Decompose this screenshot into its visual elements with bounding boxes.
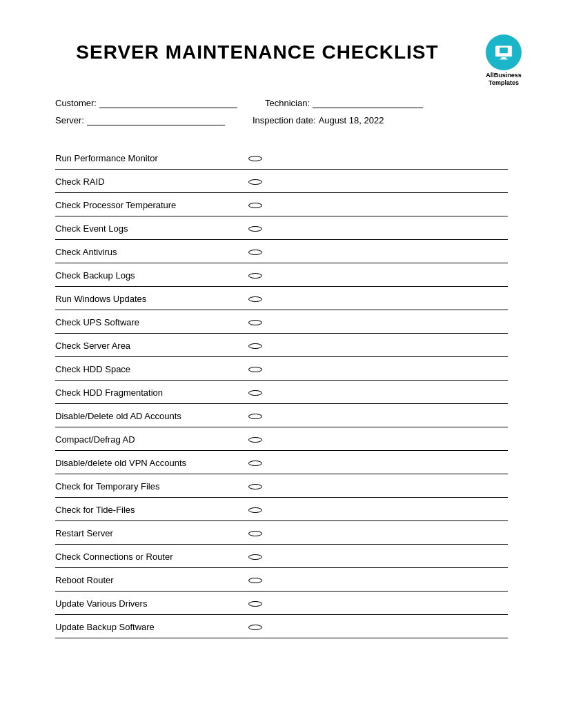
logo-area: AllBusinessTemplates — [486, 34, 522, 87]
checklist-radio[interactable] — [248, 601, 262, 607]
checklist-radio[interactable] — [248, 320, 262, 325]
checklist-radio[interactable] — [248, 531, 262, 536]
checklist-item: Run Windows Updates — [55, 287, 508, 310]
checklist-item-label: Reboot Router — [55, 575, 248, 585]
checklist-radio[interactable] — [248, 390, 262, 396]
checklist-item: Check Server Area — [55, 334, 508, 357]
checklist-item: Disable/Delete old AD Accounts — [55, 404, 508, 427]
meta-section: Customer: Technician: Server: Inspection… — [55, 98, 508, 125]
checklist-item: Check HDD Fragmentation — [55, 381, 508, 404]
checklist-item-label: Check Backup Logs — [55, 270, 248, 281]
logo-text: AllBusinessTemplates — [486, 72, 522, 87]
checklist-item-label: Check for Temporary Files — [55, 481, 248, 492]
checklist-item-label: Check Processor Temperature — [55, 200, 248, 210]
customer-label: Customer: — [55, 98, 97, 108]
page-title: SERVER MAINTENANCE CHECKLIST — [55, 41, 460, 63]
checklist-item: Check Processor Temperature — [55, 193, 508, 216]
checklist-item-label: Check UPS Software — [55, 317, 248, 327]
checklist-item: Check for Temporary Files — [55, 474, 508, 498]
meta-row-2: Server: Inspection date: August 18, 2022 — [55, 115, 508, 125]
checklist-item: Check RAID — [55, 170, 508, 193]
logo-circle — [486, 34, 522, 70]
checklist-item-label: Check Server Area — [55, 341, 248, 351]
checklist-radio[interactable] — [248, 156, 262, 161]
checklist-item: Check HDD Space — [55, 357, 508, 381]
checklist-item-label: Check Connections or Router — [55, 552, 248, 562]
checklist-item: Check Connections or Router — [55, 545, 508, 568]
technician-label: Technician: — [265, 98, 310, 108]
checklist-radio[interactable] — [248, 554, 262, 560]
checklist-item: Update Various Drivers — [55, 592, 508, 615]
checklist-item-label: Run Windows Updates — [55, 294, 248, 304]
checklist-radio[interactable] — [248, 179, 262, 185]
server-field: Server: — [55, 115, 225, 125]
checklist-item: Disable/delete old VPN Accounts — [55, 451, 508, 474]
checklist-item-label: Compact/Defrag AD — [55, 434, 248, 445]
checklist-section: Run Performance MonitorCheck RAIDCheck P… — [55, 146, 508, 638]
svg-rect-4 — [500, 59, 508, 59]
checklist-radio[interactable] — [248, 226, 262, 232]
checklist-radio[interactable] — [248, 414, 262, 419]
checklist-item-label: Update Various Drivers — [55, 598, 248, 609]
checklist-item: Check Antivirus — [55, 240, 508, 263]
customer-field: Customer: — [55, 98, 237, 108]
checklist-radio[interactable] — [248, 484, 262, 489]
checklist-item-label: Check RAID — [55, 176, 248, 187]
checklist-item-label: Check for Tide-Files — [55, 505, 248, 515]
checklist-item-label: Update Backup Software — [55, 622, 248, 632]
checklist-radio[interactable] — [248, 625, 262, 630]
checklist-item: Run Performance Monitor — [55, 146, 508, 170]
server-label: Server: — [55, 115, 84, 125]
checklist-item-label: Disable/Delete old AD Accounts — [55, 411, 248, 421]
svg-rect-3 — [502, 57, 506, 59]
checklist-item: Restart Server — [55, 521, 508, 545]
technician-field: Technician: — [265, 98, 423, 108]
checklist-item-label: Check HDD Fragmentation — [55, 387, 248, 398]
checklist-item: Check Backup Logs — [55, 263, 508, 287]
checklist-radio[interactable] — [248, 578, 262, 583]
checklist-item: Reboot Router — [55, 568, 508, 592]
server-underline — [87, 116, 225, 125]
checklist-radio[interactable] — [248, 367, 262, 372]
checklist-radio[interactable] — [248, 437, 262, 443]
checklist-item: Update Backup Software — [55, 615, 508, 638]
checklist-item-label: Disable/delete old VPN Accounts — [55, 458, 248, 468]
checklist-radio[interactable] — [248, 296, 262, 302]
inspection-date-field: Inspection date: August 18, 2022 — [253, 115, 384, 125]
checklist-radio[interactable] — [248, 507, 262, 513]
checklist-item-label: Run Performance Monitor — [55, 153, 248, 163]
checklist-item: Check Event Logs — [55, 216, 508, 240]
checklist-item-label: Check HDD Space — [55, 364, 248, 374]
checklist-item: Check for Tide-Files — [55, 498, 508, 521]
customer-underline — [99, 99, 237, 108]
checklist-item: Compact/Defrag AD — [55, 427, 508, 451]
checklist-item-label: Restart Server — [55, 528, 248, 538]
inspection-label: Inspection date: — [253, 115, 316, 125]
meta-row-1: Customer: Technician: — [55, 98, 508, 108]
header: SERVER MAINTENANCE CHECKLIST — [55, 41, 460, 63]
checklist-radio[interactable] — [248, 461, 262, 466]
checklist-radio[interactable] — [248, 250, 262, 255]
checklist-radio[interactable] — [248, 203, 262, 208]
checklist-radio[interactable] — [248, 273, 262, 279]
checklist-item: Check UPS Software — [55, 310, 508, 334]
checklist-item-label: Check Event Logs — [55, 223, 248, 234]
page: AllBusinessTemplates SERVER MAINTENANCE … — [0, 0, 563, 728]
inspection-date-value: August 18, 2022 — [319, 115, 384, 125]
svg-rect-2 — [500, 48, 508, 53]
checklist-radio[interactable] — [248, 343, 262, 349]
technician-underline — [313, 99, 423, 108]
logo-icon — [494, 43, 513, 62]
checklist-item-label: Check Antivirus — [55, 247, 248, 257]
